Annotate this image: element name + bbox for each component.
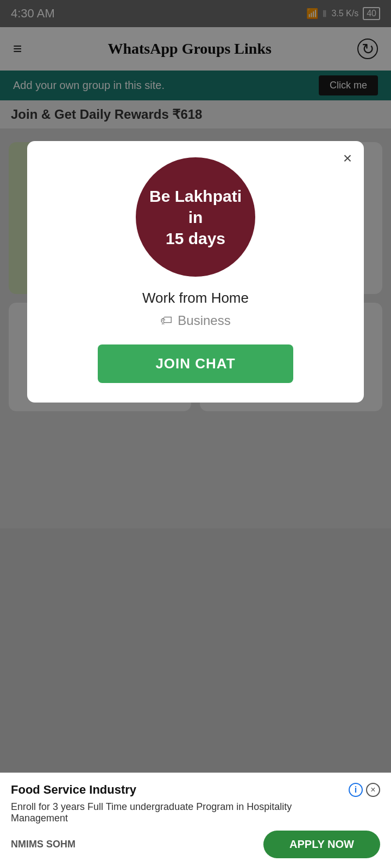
- ad-apply-button[interactable]: APPLY NOW: [263, 831, 380, 858]
- ad-close-icon[interactable]: ×: [366, 783, 380, 797]
- modal-category-row: 🏷 Business: [160, 313, 230, 328]
- group-detail-modal: × Be Lakhpati in15 days Work from Home 🏷…: [27, 141, 364, 403]
- join-chat-button[interactable]: JOIN CHAT: [98, 344, 293, 383]
- modal-group-name: Work from Home: [142, 290, 249, 307]
- modal-circle-text: Be Lakhpati in15 days: [136, 178, 255, 257]
- modal-close-button[interactable]: ×: [343, 150, 352, 167]
- ad-brand: NMIMS SOHM: [11, 839, 75, 850]
- ad-icons-row: i ×: [349, 783, 380, 797]
- advertisement-banner: Food Service Industry Enroll for 3 years…: [0, 773, 391, 868]
- modal-category-text: Business: [178, 313, 230, 328]
- modal-overlay: × Be Lakhpati in15 days Work from Home 🏷…: [0, 0, 391, 868]
- ad-footer: NMIMS SOHM APPLY NOW: [11, 831, 380, 858]
- modal-circle: Be Lakhpati in15 days: [136, 157, 255, 277]
- ad-top-row: Food Service Industry Enroll for 3 years…: [11, 783, 380, 831]
- ad-info-icon[interactable]: i: [349, 783, 363, 797]
- ad-content: Food Service Industry Enroll for 3 years…: [11, 783, 349, 831]
- ad-title: Food Service Industry: [11, 783, 349, 797]
- ad-description: Enroll for 3 years Full Time undergradua…: [11, 801, 349, 824]
- tag-icon: 🏷: [160, 314, 172, 328]
